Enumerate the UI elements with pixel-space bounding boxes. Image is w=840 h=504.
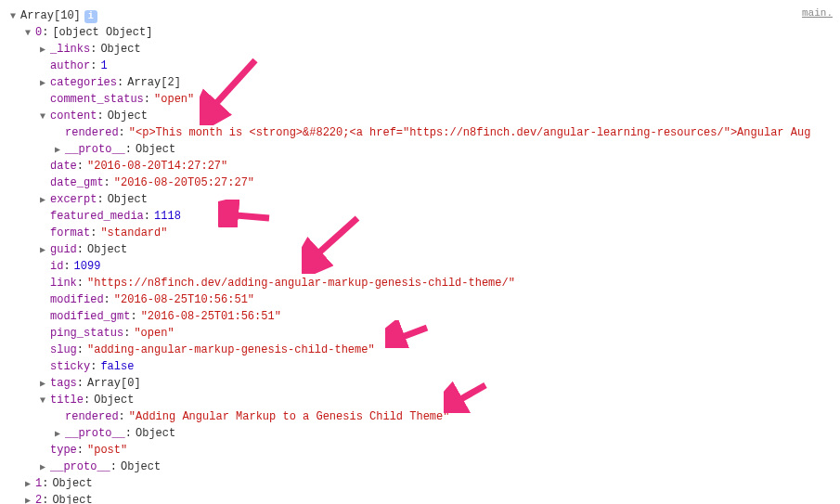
tree-row[interactable]: __proto__: Object: [52, 141, 833, 158]
json-tree: Array[10] i 0: [object Object] _links: O…: [7, 7, 833, 504]
tree-row[interactable]: sticky: false: [37, 358, 833, 375]
tree-key: ping_status: [50, 325, 123, 342]
tree-value: Object: [100, 41, 140, 58]
toggle-icon[interactable]: [22, 494, 33, 504]
toggle-icon[interactable]: [37, 460, 48, 474]
tree-key: 0: [35, 24, 42, 41]
tree-key: link: [50, 275, 77, 291]
tree-row[interactable]: __proto__: Object: [52, 425, 833, 442]
tree-value: "Adding Angular Markup to a Genesis Chil…: [129, 408, 450, 425]
toggle-icon[interactable]: [37, 243, 48, 257]
tree-key: featured_media: [50, 208, 144, 225]
tree-key: __proto__: [65, 425, 125, 442]
tree-row[interactable]: comment_status: "open": [37, 91, 833, 108]
tree-key: rendered: [65, 124, 119, 141]
tree-value: 1118: [154, 208, 181, 225]
tree-row[interactable]: featured_media: 1118: [37, 208, 833, 225]
toggle-icon[interactable]: [22, 477, 33, 491]
tree-key: __proto__: [65, 141, 125, 158]
toggle-icon[interactable]: [37, 76, 48, 90]
tree-value: Object: [108, 108, 148, 124]
tree-row[interactable]: tags: Array[0]: [37, 375, 833, 392]
tree-key: type: [50, 442, 77, 459]
tree-key: categories: [50, 74, 117, 91]
tree-key: format: [50, 225, 90, 241]
tree-row[interactable]: date_gmt: "2016-08-20T05:27:27": [37, 174, 833, 191]
tree-key: modified: [50, 291, 104, 308]
tree-value: "open": [154, 91, 194, 108]
tree-value: Object: [136, 141, 175, 158]
toggle-icon[interactable]: [37, 377, 48, 391]
tree-row[interactable]: slug: "adding-angular-markup-genesis-chi…: [37, 342, 833, 358]
tree-row[interactable]: 1: Object: [22, 475, 833, 492]
toggle-icon[interactable]: [52, 143, 63, 157]
tree-key: tags: [50, 375, 77, 392]
tree-key: modified_gmt: [50, 308, 130, 325]
tree-value: Object: [108, 191, 148, 208]
tree-key: slug: [50, 342, 77, 358]
tree-row[interactable]: author: 1: [37, 58, 833, 74]
toggle-icon[interactable]: [37, 394, 48, 407]
toggle-icon[interactable]: [37, 43, 48, 57]
tree-key: excerpt: [50, 191, 97, 208]
tree-key: title: [50, 392, 84, 408]
tree-value: "standard": [100, 225, 167, 241]
tree-row[interactable]: date: "2016-08-20T14:27:27": [37, 158, 833, 174]
tree-value: [object Object]: [52, 24, 152, 41]
toggle-icon[interactable]: [52, 427, 63, 441]
tree-row[interactable]: type: "post": [37, 442, 833, 459]
tree-value: false: [100, 358, 134, 375]
tree-key: rendered: [65, 408, 119, 425]
tree-row-root[interactable]: Array[10] i: [7, 7, 833, 24]
tree-key: sticky: [50, 358, 90, 375]
tree-key: comment_status: [50, 91, 144, 108]
tree-value: Object: [136, 425, 175, 442]
tree-row[interactable]: 0: [object Object]: [22, 24, 833, 41]
tree-value: "adding-angular-markup-genesis-child-the…: [87, 342, 375, 358]
tree-value: 1: [100, 58, 107, 74]
tree-key: 2: [35, 492, 42, 504]
toggle-icon[interactable]: [22, 26, 33, 40]
tree-value: Object: [87, 241, 127, 258]
toggle-icon[interactable]: [37, 110, 48, 123]
tree-key: _links: [50, 41, 90, 58]
tree-row[interactable]: _links: Object: [37, 41, 833, 58]
tree-row[interactable]: link: "https://n8finch.dev/adding-angula…: [37, 275, 833, 291]
tree-key: __proto__: [50, 459, 110, 475]
tree-row[interactable]: excerpt: Object: [37, 191, 833, 208]
tree-value: "2016-08-20T05:27:27": [114, 174, 254, 191]
tree-value: Array[2]: [127, 74, 181, 91]
tree-key: author: [50, 58, 90, 74]
tree-value: Array[0]: [87, 375, 141, 392]
tree-value: Object: [121, 459, 161, 475]
tree-key: guid: [50, 241, 77, 258]
tree-row[interactable]: modified_gmt: "2016-08-25T01:56:51": [37, 308, 833, 325]
tree-value: "open": [134, 325, 174, 342]
info-icon[interactable]: i: [84, 10, 97, 23]
tree-value: 1099: [74, 258, 101, 275]
tree-value: "https://n8finch.dev/adding-angular-mark…: [87, 275, 515, 291]
tree-row[interactable]: modified: "2016-08-25T10:56:51": [37, 291, 833, 308]
toggle-icon[interactable]: [7, 9, 19, 23]
tree-row[interactable]: id: 1099: [37, 258, 833, 275]
tree-value: "<p>This month is <strong>&#8220;<a href…: [129, 124, 811, 141]
tree-row[interactable]: guid: Object: [37, 241, 833, 258]
tree-key: 1: [35, 475, 42, 492]
tree-value: "post": [87, 442, 127, 459]
toggle-icon[interactable]: [37, 193, 48, 207]
tree-row[interactable]: format: "standard": [37, 225, 833, 241]
tree-row[interactable]: rendered: "Adding Angular Markup to a Ge…: [52, 408, 833, 425]
tree-row[interactable]: 2: Object: [22, 492, 833, 504]
tree-row[interactable]: ping_status: "open": [37, 325, 833, 342]
tree-row[interactable]: content: Object: [37, 108, 833, 124]
tree-key: date_gmt: [50, 174, 104, 191]
tree-row[interactable]: __proto__: Object: [37, 459, 833, 475]
tree-key: date: [50, 158, 77, 174]
tree-value: "2016-08-25T01:56:51": [141, 308, 281, 325]
tree-key: id: [50, 258, 63, 275]
root-label: Array[10]: [20, 7, 81, 24]
tree-value: Object: [52, 475, 92, 492]
tree-row[interactable]: rendered: "<p>This month is <strong>&#82…: [52, 124, 833, 141]
tree-row[interactable]: categories: Array[2]: [37, 74, 833, 91]
tree-row[interactable]: title: Object: [37, 392, 833, 408]
